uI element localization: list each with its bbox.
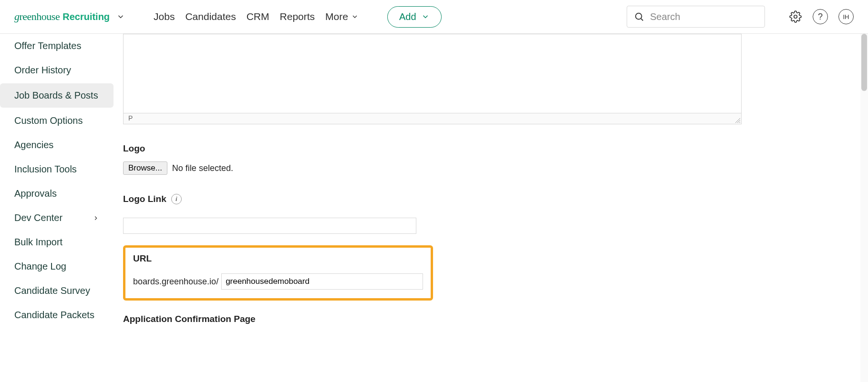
search-input[interactable]: [650, 11, 758, 22]
scrollbar-track[interactable]: [860, 34, 868, 382]
main-content: P Logo Browse... No file selected. Logo …: [114, 34, 868, 382]
avatar-initials: IH: [843, 13, 849, 20]
resize-handle-icon[interactable]: [735, 118, 740, 123]
url-row: boards.greenhouse.io/: [133, 273, 423, 290]
gear-icon: [789, 10, 802, 23]
help-button[interactable]: ?: [813, 9, 828, 24]
nav-crm[interactable]: CRM: [247, 11, 269, 22]
nav-reports[interactable]: Reports: [280, 11, 315, 22]
nav-candidates[interactable]: Candidates: [185, 11, 236, 22]
scrollbar-thumb[interactable]: [861, 34, 867, 91]
sidebar-item-candidate-packets[interactable]: Candidate Packets: [0, 303, 114, 327]
app-body: Offer Templates Order History Job Boards…: [0, 34, 868, 382]
logo-text-main: greenhouse: [14, 10, 60, 23]
sidebar-item-bulk-import[interactable]: Bulk Import: [0, 230, 114, 254]
svg-point-0: [636, 13, 642, 20]
sidebar-item-inclusion-tools[interactable]: Inclusion Tools: [0, 157, 114, 181]
url-section-label: URL: [133, 253, 423, 264]
user-avatar[interactable]: IH: [838, 9, 854, 24]
svg-line-1: [641, 19, 643, 20]
chevron-right-icon: [93, 215, 99, 221]
sidebar-item-candidate-survey[interactable]: Candidate Survey: [0, 279, 114, 303]
sidebar-item-custom-options[interactable]: Custom Options: [0, 109, 114, 133]
nav-jobs[interactable]: Jobs: [154, 11, 175, 22]
url-slug-input[interactable]: [221, 273, 423, 290]
sidebar-item-approvals[interactable]: Approvals: [0, 181, 114, 206]
add-button[interactable]: Add: [387, 6, 442, 28]
logo-text-sub: Recruiting: [62, 11, 110, 22]
logo-file-row: Browse... No file selected.: [123, 161, 868, 175]
file-status-text: No file selected.: [172, 163, 233, 173]
sidebar-item-job-boards[interactable]: Job Boards & Posts: [0, 83, 114, 108]
browse-button[interactable]: Browse...: [123, 161, 167, 175]
logo-link-input[interactable]: [123, 218, 416, 234]
url-highlight-block: URL boards.greenhouse.io/: [123, 245, 433, 301]
info-icon[interactable]: i: [171, 194, 182, 204]
editor-status-bar: P: [124, 113, 741, 124]
brand-logo[interactable]: greenhouse Recruiting: [14, 10, 125, 23]
sidebar-item-offer-templates[interactable]: Offer Templates: [0, 34, 114, 58]
svg-point-2: [794, 15, 797, 19]
chevron-down-icon: [116, 12, 125, 21]
sidebar-item-label: Dev Center: [14, 212, 62, 223]
search-box[interactable]: [627, 6, 765, 28]
svg-line-5: [739, 122, 740, 123]
sidebar-item-dev-center[interactable]: Dev Center: [0, 206, 114, 230]
app-header: greenhouse Recruiting Jobs Candidates CR…: [0, 0, 868, 34]
nav-more[interactable]: More: [325, 11, 359, 22]
header-actions: ? IH: [789, 9, 854, 24]
logo-link-label-text: Logo Link: [123, 194, 166, 204]
logo-link-section-label: Logo Link i: [123, 194, 868, 204]
chevron-down-icon: [351, 13, 359, 20]
search-icon: [634, 11, 644, 22]
chevron-down-icon: [421, 12, 430, 21]
settings-button[interactable]: [789, 10, 802, 23]
app-confirm-section-label: Application Confirmation Page: [123, 314, 868, 324]
primary-nav: Jobs Candidates CRM Reports More: [154, 11, 359, 22]
editor-element-path: P: [128, 114, 133, 122]
rich-text-editor[interactable]: P: [123, 34, 742, 124]
settings-sidebar: Offer Templates Order History Job Boards…: [0, 34, 114, 382]
sidebar-item-agencies[interactable]: Agencies: [0, 133, 114, 157]
nav-more-label: More: [325, 11, 348, 22]
logo-section-label: Logo: [123, 143, 868, 154]
add-button-label: Add: [399, 11, 416, 22]
question-icon: ?: [818, 12, 823, 22]
sidebar-item-order-history[interactable]: Order History: [0, 58, 114, 82]
sidebar-item-change-log[interactable]: Change Log: [0, 254, 114, 279]
url-prefix-text: boards.greenhouse.io/: [133, 277, 218, 287]
